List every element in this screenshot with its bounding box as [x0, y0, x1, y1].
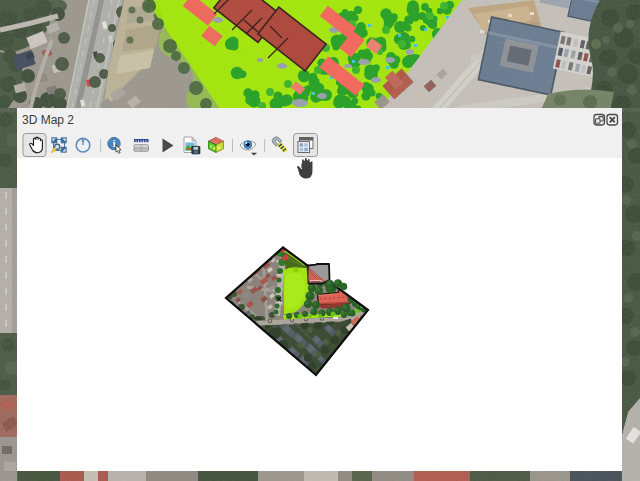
svg-text:i: i: [113, 139, 116, 149]
